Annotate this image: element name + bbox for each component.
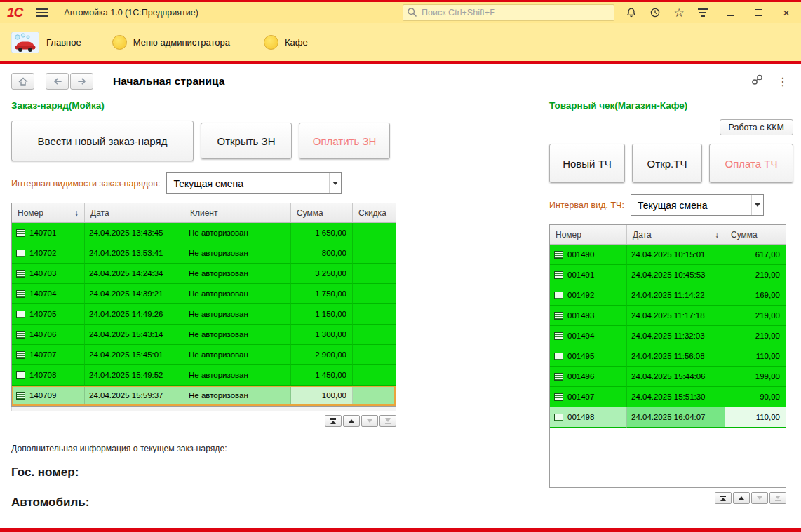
- table-cell: 90,00: [725, 387, 786, 407]
- table-row[interactable]: 00149724.04.2025 15:51:3090,00: [550, 387, 786, 407]
- table-cell: 169,00: [725, 285, 786, 306]
- column-header[interactable]: Сумма: [291, 203, 353, 222]
- table-row[interactable]: 14070224.04.2025 13:53:41Не авторизован8…: [12, 243, 396, 264]
- table-row[interactable]: 00149324.04.2025 11:17:18219,00: [550, 306, 786, 326]
- table-row[interactable]: 14070524.04.2025 14:49:26Не авторизован1…: [12, 304, 396, 325]
- favorites-star-icon[interactable]: ☆: [672, 6, 686, 20]
- table-row[interactable]: 00149424.04.2025 11:32:03219,00: [550, 326, 786, 346]
- table-cell: 1 450,00: [291, 365, 353, 386]
- table-row[interactable]: 00149624.04.2025 15:44:06199,00: [550, 367, 786, 387]
- table-row[interactable]: 14070324.04.2025 14:24:34Не авторизован3…: [12, 264, 396, 284]
- go-last-row-button[interactable]: [769, 492, 786, 504]
- pay-receipt-button[interactable]: Оплата ТЧ: [709, 144, 793, 183]
- table-cell: 001491: [550, 265, 627, 285]
- close-button[interactable]: ×: [779, 6, 794, 20]
- table-row[interactable]: 14070424.04.2025 14:39:21Не авторизован1…: [12, 284, 396, 304]
- notifications-bell-icon[interactable]: [624, 6, 638, 20]
- history-clock-icon[interactable]: [648, 6, 662, 20]
- section-main[interactable]: Главное: [11, 32, 81, 53]
- table-cell: 219,00: [725, 306, 786, 326]
- new-order-button[interactable]: Ввести новый заказ-наряд: [11, 121, 194, 161]
- service-menu-icon[interactable]: [696, 6, 710, 20]
- home-button[interactable]: [11, 73, 34, 90]
- minimize-button[interactable]: [722, 6, 738, 20]
- table-cell: [353, 243, 396, 264]
- horizontal-scrollbar[interactable]: [11, 407, 396, 411]
- go-first-row-button[interactable]: [715, 492, 732, 504]
- section-cafe-label[interactable]: Кафе: [285, 37, 308, 48]
- receipt-interval-select[interactable]: Текущая смена: [631, 194, 764, 216]
- table-row[interactable]: 14070124.04.2025 13:43:45Не авторизован1…: [12, 223, 396, 243]
- table-cell: 617,00: [725, 245, 786, 265]
- get-link-icon[interactable]: [751, 74, 763, 88]
- kkm-button[interactable]: Работа с ККМ: [720, 119, 793, 135]
- table-row[interactable]: 00149224.04.2025 11:14:22169,00: [550, 285, 786, 306]
- section-admin-menu-label[interactable]: Меню администратора: [133, 37, 230, 48]
- table-row[interactable]: 00149024.04.2025 10:15:01617,00: [550, 245, 786, 265]
- onec-logo: 1С: [7, 5, 22, 20]
- go-next-row-button[interactable]: [751, 492, 768, 504]
- section-main-label[interactable]: Главное: [46, 37, 81, 48]
- dropdown-button[interactable]: [329, 173, 341, 193]
- table-row[interactable]: 00149524.04.2025 11:56:08110,00: [550, 346, 786, 367]
- order-interval-select[interactable]: Текущая смена: [166, 172, 342, 194]
- table-row[interactable]: 14070624.04.2025 15:43:14Не авторизован1…: [12, 325, 396, 345]
- table-cell: 24.04.2025 15:44:06: [627, 367, 725, 387]
- column-header[interactable]: Клиент: [184, 203, 291, 222]
- document-icon: [554, 414, 563, 421]
- document-icon: [16, 290, 25, 298]
- column-header[interactable]: Номер: [550, 225, 627, 244]
- forward-button[interactable]: [70, 73, 93, 90]
- go-prev-row-button[interactable]: [343, 415, 360, 427]
- section-circle-icon: [112, 35, 127, 50]
- table-row[interactable]: 14070724.04.2025 15:45:01Не авторизован2…: [12, 345, 396, 365]
- page-title: Начальная страница: [113, 75, 224, 88]
- table-row[interactable]: 00149824.04.2025 16:04:07110,00: [550, 407, 786, 428]
- document-icon: [16, 270, 25, 278]
- table-cell: 24.04.2025 10:45:53: [627, 265, 725, 285]
- hamburger-menu-icon[interactable]: [36, 12, 48, 13]
- go-prev-row-button[interactable]: [733, 492, 750, 504]
- table-cell: 1 750,00: [291, 284, 353, 304]
- sort-arrow-icon: ↓: [74, 208, 79, 218]
- document-icon: [554, 332, 563, 340]
- open-order-button[interactable]: Открыть ЗН: [201, 123, 292, 159]
- pay-order-button[interactable]: Оплатить ЗН: [299, 123, 390, 159]
- document-icon: [554, 373, 563, 381]
- section-cafe[interactable]: Кафе: [264, 35, 308, 50]
- order-interval-value: Текущая смена: [167, 173, 329, 193]
- column-header[interactable]: Сумма: [725, 225, 786, 244]
- table-row[interactable]: 14070924.04.2025 15:59:37Не авторизован1…: [12, 386, 396, 406]
- column-header[interactable]: Номер↓: [12, 203, 85, 222]
- document-icon: [16, 351, 25, 359]
- table-cell: Не авторизован: [184, 304, 291, 325]
- more-menu-icon[interactable]: ⋮: [777, 75, 788, 88]
- go-next-row-button[interactable]: [361, 415, 378, 427]
- table-cell: 24.04.2025 10:15:01: [627, 245, 725, 265]
- column-header[interactable]: Дата: [85, 203, 184, 222]
- dropdown-button[interactable]: [751, 195, 763, 215]
- table-cell: 24.04.2025 11:56:08: [627, 346, 725, 367]
- go-first-row-button[interactable]: [325, 415, 342, 427]
- open-receipt-button[interactable]: Откр.ТЧ: [632, 144, 702, 183]
- maximize-button[interactable]: [750, 6, 766, 20]
- table-row[interactable]: 00149124.04.2025 10:45:53219,00: [550, 265, 786, 285]
- order-panel: Заказ-наряд(Мойка) Ввести новый заказ-на…: [0, 92, 537, 528]
- order-panel-title: Заказ-наряд(Мойка): [11, 100, 537, 111]
- new-receipt-button[interactable]: Новый ТЧ: [549, 144, 625, 183]
- table-cell: 001490: [550, 245, 627, 265]
- section-admin-menu[interactable]: Меню администратора: [112, 35, 230, 50]
- receipts-table-header: НомерДата↓Сумма: [550, 225, 786, 245]
- table-row[interactable]: 14070824.04.2025 15:49:52Не авторизован1…: [12, 365, 396, 386]
- receipts-table: НомерДата↓Сумма 00149024.04.2025 10:15:0…: [549, 224, 786, 488]
- table-cell: Не авторизован: [184, 243, 291, 264]
- table-cell: 800,00: [291, 243, 353, 264]
- back-button[interactable]: [46, 73, 69, 90]
- search-input[interactable]: [403, 4, 614, 21]
- column-header[interactable]: Скидка: [353, 203, 396, 222]
- table-cell: Не авторизован: [184, 386, 291, 406]
- order-extra-info-label: Дополнительная информация о текущем закз…: [11, 444, 537, 453]
- go-last-row-button[interactable]: [379, 415, 396, 427]
- title-bar: 1С Автомойка 1.0 (1С:Предприятие) ☆ ×: [0, 2, 801, 23]
- column-header[interactable]: Дата↓: [627, 225, 725, 244]
